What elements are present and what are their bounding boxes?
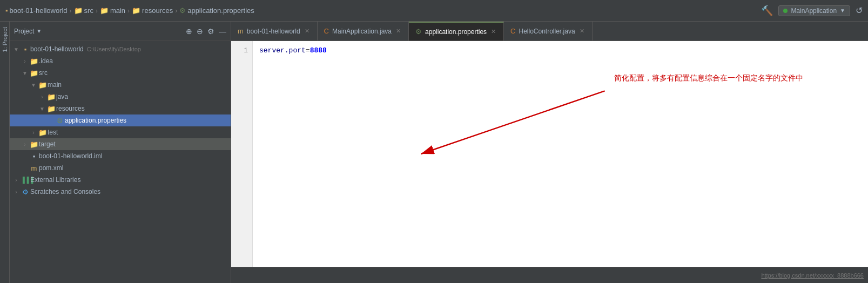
tree-item-app-props[interactable]: ⚙ application.properties: [10, 114, 231, 126]
panel-title-label: Project: [14, 28, 34, 35]
properties-icon: ⚙: [179, 6, 186, 15]
bottom-bar: https://blog.csdn.net/xxxxxx_8888b666: [231, 267, 868, 283]
scratches-label: Scratches and Consoles: [30, 188, 100, 196]
expand-arrow: ›: [12, 189, 21, 195]
expand-arrow: ›: [29, 130, 38, 136]
main-label: main: [48, 81, 62, 89]
breadcrumb: ▪ boot-01-helloworld › 📁 src › 📁 main › …: [5, 6, 761, 15]
src-label: src: [39, 69, 48, 77]
panel-action-icons: ⊕ ⊖ ⚙ —: [186, 27, 226, 36]
resources-label: resources: [56, 105, 85, 112]
tab-label: HelloController.java: [519, 28, 575, 35]
tree-item-src[interactable]: ▼ 📁 src: [10, 67, 231, 79]
expand-arrow: ›: [21, 58, 29, 64]
tab-boot-project[interactable]: m boot-01-helloworld ✕: [231, 22, 318, 41]
pom-label: pom.xml: [39, 164, 63, 172]
java-label: java: [56, 93, 68, 100]
tab-java-icon2: C: [510, 27, 515, 35]
line-numbers: 1: [231, 41, 253, 267]
panel-title[interactable]: Project ▼: [14, 28, 42, 35]
breadcrumb-resources[interactable]: 📁 resources: [132, 6, 173, 15]
code-key: server.port: [259, 46, 306, 55]
maven-icon: m: [29, 164, 39, 172]
csdn-link[interactable]: https://blog.csdn.net/xxxxxx_8888b666: [761, 272, 864, 279]
tree-item-scratches[interactable]: › ⚙ Scratches and Consoles: [10, 186, 231, 198]
tree-item-test[interactable]: › 📁 test: [10, 126, 231, 138]
sep3: ›: [127, 7, 130, 15]
tree-item-iml[interactable]: ▪ boot-01-helloworld.iml: [10, 150, 231, 162]
editor-tab-bar: m boot-01-helloworld ✕ C MainApplication…: [231, 22, 868, 41]
folder-icon: 📁: [29, 57, 39, 65]
folder-icon: 📁: [38, 81, 48, 89]
target-label: target: [39, 140, 56, 148]
tree-item-idea[interactable]: › 📁 .idea: [10, 55, 231, 67]
project-tab-label[interactable]: 1: Project: [1, 24, 9, 55]
folder-icon: 📁: [46, 93, 56, 101]
tab-close-button[interactable]: ✕: [304, 27, 311, 35]
sep1: ›: [70, 7, 72, 15]
iml-label: boot-01-helloworld.iml: [39, 152, 102, 160]
root-path: C:\Users\lfy\Desktop: [87, 46, 141, 52]
tree-item-pom[interactable]: m pom.xml: [10, 162, 231, 174]
tab-main-application[interactable]: C MainApplication.java ✕: [318, 22, 409, 41]
folder-icon: 📁: [132, 6, 140, 15]
breadcrumb-properties[interactable]: ⚙ application.properties: [179, 6, 254, 15]
folder-icon: 📁: [38, 129, 48, 137]
top-toolbar: ▪ boot-01-helloworld › 📁 src › 📁 main › …: [0, 0, 868, 22]
run-configuration[interactable]: MainApplication ▼: [778, 5, 850, 16]
external-libs-label: External Libraries: [30, 176, 80, 184]
expand-arrow: ›: [12, 177, 21, 183]
tree-item-main[interactable]: ▼ 📁 main: [10, 79, 231, 91]
tab-props-icon: ⚙: [415, 28, 422, 36]
panel-header: Project ▼ ⊕ ⊖ ⚙ —: [10, 22, 231, 41]
tab-label: boot-01-helloworld: [247, 28, 300, 35]
tree-item-java[interactable]: › 📁 java: [10, 91, 231, 103]
properties-file-icon: ⚙: [55, 117, 65, 125]
app-props-label: application.properties: [65, 117, 126, 124]
panel-dropdown-icon: ▼: [36, 28, 42, 34]
tab-label: application.properties: [425, 28, 487, 36]
tree-item-resources[interactable]: ▼ 📁 resources: [10, 103, 231, 114]
build-button[interactable]: 🔨: [761, 5, 773, 17]
idea-label: .idea: [39, 57, 53, 65]
tab-hello-controller[interactable]: C HelloController.java ✕: [504, 22, 592, 41]
file-tree: ▼ ▪ boot-01-helloworld C:\Users\lfy\Desk…: [10, 41, 231, 283]
scratches-icon: ⚙: [21, 188, 30, 196]
editor-area: m boot-01-helloworld ✕ C MainApplication…: [231, 22, 868, 283]
folder-icon: 📁: [100, 6, 109, 15]
tree-item-root[interactable]: ▼ ▪ boot-01-helloworld C:\Users\lfy\Desk…: [10, 43, 231, 55]
project-panel: Project ▼ ⊕ ⊖ ⚙ — ▼ ▪ boot-01-helloworld…: [10, 22, 231, 283]
project-icon: ▪: [5, 6, 8, 15]
settings-icon[interactable]: ⚙: [207, 27, 214, 36]
run-config-label: MainApplication: [791, 7, 837, 15]
breadcrumb-project[interactable]: ▪ boot-01-helloworld: [5, 6, 68, 15]
expand-arrow: ▼: [21, 70, 29, 76]
breadcrumb-main[interactable]: 📁 main: [100, 6, 125, 15]
folder-icon: 📁: [29, 140, 39, 149]
top-right-controls: 🔨 MainApplication ▼ ↺: [761, 5, 863, 17]
tab-close-button[interactable]: ✕: [490, 28, 497, 36]
tree-item-target[interactable]: › 📁 target: [10, 138, 231, 150]
expand-arrow: ›: [21, 142, 29, 147]
tab-project-icon: m: [238, 27, 244, 35]
refresh-button[interactable]: ↺: [856, 5, 863, 16]
project-folder-icon: ▪: [21, 45, 30, 53]
locate-icon[interactable]: ⊕: [186, 27, 192, 36]
tab-close-button[interactable]: ✕: [395, 27, 402, 35]
main-layout: 1: Project Project ▼ ⊕ ⊖ ⚙ — ▼ ▪ boot-01…: [0, 22, 868, 283]
editor-content: 1 server.port=8888 简化配置，将多有配置信息综合在一个固定名字…: [231, 41, 868, 267]
hide-icon[interactable]: —: [219, 27, 226, 36]
code-value: 8888: [310, 46, 327, 55]
collapse-icon[interactable]: ⊖: [197, 27, 203, 36]
iml-icon: ▪: [29, 152, 39, 160]
folder-icon: 📁: [74, 6, 83, 15]
tab-close-button[interactable]: ✕: [578, 27, 586, 35]
expand-arrow: ›: [38, 94, 46, 100]
tab-application-properties[interactable]: ⚙ application.properties ✕: [409, 22, 504, 41]
folder-icon: 📁: [46, 105, 56, 113]
code-editor[interactable]: server.port=8888: [253, 41, 868, 267]
tree-item-external-libs[interactable]: › ▐▐▐ External Libraries: [10, 174, 231, 186]
breadcrumb-src[interactable]: 📁 src: [74, 6, 93, 15]
test-label: test: [48, 129, 58, 136]
run-status-dot: [783, 9, 788, 13]
